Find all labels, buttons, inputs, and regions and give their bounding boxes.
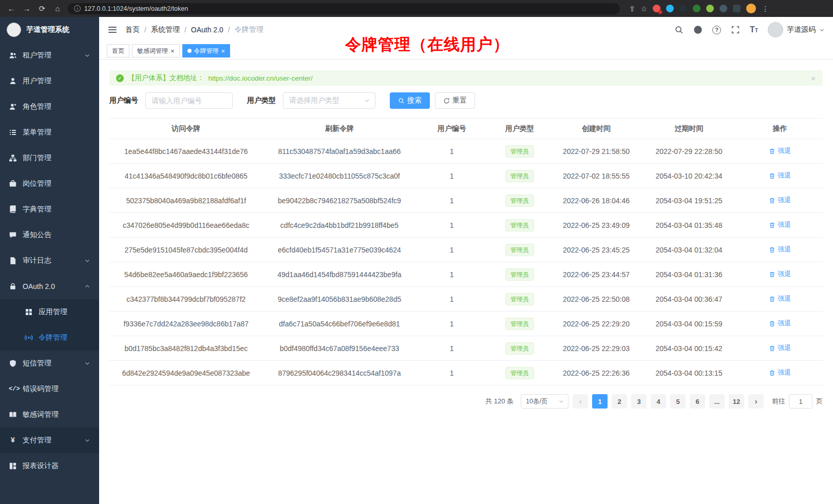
tab-home[interactable]: 首页 [107, 44, 129, 57]
force-logout-button[interactable]: 强退 [769, 368, 791, 377]
search-button[interactable]: 搜索 [390, 92, 430, 109]
page-button-2[interactable]: 2 [612, 394, 627, 409]
sidebar-item-dictionary[interactable]: 字典管理 [0, 197, 99, 222]
site-info-icon[interactable]: i [74, 5, 81, 12]
sidebar-item-tenant[interactable]: 租户管理 [0, 43, 99, 68]
breadcrumb-oauth[interactable]: OAuth 2.0 [191, 26, 223, 34]
force-logout-button[interactable]: 强退 [769, 196, 791, 205]
help-icon[interactable]: ? [712, 26, 721, 34]
hamburger-icon[interactable] [107, 25, 118, 35]
expire-time-cell: 2054-03-04 00:36:47 [641, 287, 737, 312]
extension-icon-7[interactable] [733, 5, 741, 12]
home-icon[interactable]: ⌂ [52, 5, 63, 12]
force-logout-button[interactable]: 强退 [769, 294, 791, 303]
page-button-12[interactable]: 12 [729, 394, 744, 409]
browser-profile-avatar[interactable] [746, 4, 756, 13]
page-button-6[interactable]: 6 [690, 394, 705, 409]
access-token-cell: 275e5de9151045fe87cbdc395e004f4d [109, 238, 263, 262]
sidebar-item-sms[interactable]: 短信管理 [0, 351, 99, 376]
more-pages-button[interactable]: ... [709, 394, 725, 409]
fullscreen-icon[interactable] [731, 25, 740, 34]
force-logout-button[interactable]: 强退 [769, 269, 791, 279]
goto-page-input[interactable] [789, 394, 812, 409]
sidebar-item-sensitive-word[interactable]: 敏感词管理 [0, 402, 99, 428]
page-button-4[interactable]: 4 [651, 394, 666, 409]
url-bar[interactable]: i 127.0.0.1:1024/system/oauth2/token [68, 3, 620, 14]
alert-link[interactable]: https://doc.iocoder.cn/user-center/ [209, 74, 313, 82]
action-cell: 强退 [737, 164, 823, 188]
breadcrumb-home[interactable]: 首页 [125, 25, 140, 34]
tab-token[interactable]: 令牌管理 × [182, 44, 231, 57]
page-button-5[interactable]: 5 [670, 394, 686, 409]
sidebar-item-oauth[interactable]: OAuth 2.0 [0, 274, 99, 299]
browser-actions: ⇪ ☆ ⋮ [629, 4, 769, 13]
extension-icon-6[interactable] [720, 5, 727, 12]
close-icon[interactable]: × [221, 48, 225, 54]
bookmark-star-icon[interactable]: ☆ [641, 5, 648, 12]
sidebar-item-department[interactable]: 部门管理 [0, 145, 99, 171]
page-button-3[interactable]: 3 [631, 394, 647, 409]
breadcrumb-system[interactable]: 系统管理 [151, 25, 180, 34]
github-icon[interactable] [693, 25, 703, 34]
extension-icon-4[interactable] [693, 5, 701, 12]
table-row: c342377bf8b344799dcbf7bf095287f2 9ce8ef2… [109, 287, 823, 312]
user-id-cell: 1 [416, 139, 487, 164]
breadcrumb-separator: / [184, 26, 186, 34]
breadcrumb-current: 令牌管理 [235, 25, 263, 34]
back-icon[interactable]: ← [6, 5, 16, 12]
force-logout-button[interactable]: 强退 [769, 319, 791, 328]
reload-icon[interactable]: ⟳ [37, 5, 47, 12]
next-page-button[interactable]: › [748, 394, 764, 409]
extension-icon-2[interactable] [666, 5, 674, 12]
sidebar-item-pay[interactable]: ¥ 支付管理 [0, 428, 99, 453]
search-icon[interactable] [674, 25, 684, 34]
user-icon [9, 77, 17, 85]
force-logout-button[interactable]: 强退 [769, 146, 791, 156]
expire-time-cell: 2054-03-04 01:31:36 [641, 262, 737, 287]
page-size-select[interactable]: 10条/页 [521, 394, 569, 409]
user-type-cell: 管理员 [487, 139, 552, 164]
table-row: f9336e7c7dd242a283ee98dc86b17a87 dfa6c71… [109, 312, 823, 336]
token-table: 访问令牌 刷新令牌 用户编号 用户类型 创建时间 过期时间 操作 1ea5e44… [109, 118, 823, 385]
extension-icon-1[interactable] [653, 5, 660, 12]
user-type-select[interactable]: 请选择用户类型 [283, 92, 375, 109]
app-logo[interactable]: 芋道管理系统 [0, 17, 99, 43]
sidebar-item-role[interactable]: 角色管理 [0, 94, 99, 120]
action-cell: 强退 [737, 213, 823, 238]
sidebar-item-error-code[interactable]: </> 错误码管理 [0, 376, 99, 402]
page-button-1[interactable]: 1 [592, 394, 608, 409]
share-icon[interactable]: ⇪ [629, 5, 635, 12]
table-row: 41c41346a548490f9dc8b01c6bfe0865 333ecfc… [109, 164, 823, 188]
sidebar-item-notice[interactable]: 通知公告 [0, 222, 99, 248]
expire-time-cell: 2054-03-04 01:35:48 [641, 213, 737, 238]
sidebar-item-report-designer[interactable]: 报表设计器 [0, 453, 99, 479]
sidebar-item-user[interactable]: 用户管理 [0, 68, 99, 94]
force-logout-button[interactable]: 强退 [769, 220, 791, 229]
sidebar-item-menu[interactable]: 菜单管理 [0, 120, 99, 145]
prev-page-button[interactable]: ‹ [573, 394, 588, 409]
sidebar-item-oauth-app[interactable]: 应用管理 [0, 299, 99, 325]
tab-label: 首页 [112, 47, 124, 55]
user-id-input[interactable] [145, 92, 233, 109]
sidebar-item-post[interactable]: 岗位管理 [0, 171, 99, 197]
active-dot [187, 49, 192, 53]
extension-icon-3[interactable] [679, 5, 687, 12]
font-size-icon[interactable]: TT [750, 26, 758, 34]
reset-button[interactable]: 重置 [435, 92, 475, 109]
access-token-cell: c342377bf8b344799dcbf7bf095287f2 [109, 287, 263, 312]
sidebar-item-audit-log[interactable]: 审计日志 [0, 248, 99, 274]
user-menu[interactable]: 芋道源码 [768, 22, 825, 37]
force-logout-button[interactable]: 强退 [769, 245, 791, 254]
forward-icon[interactable]: → [22, 5, 32, 12]
force-logout-button[interactable]: 强退 [769, 343, 791, 353]
user-avatar [768, 22, 783, 37]
extension-puzzle-icon[interactable] [706, 5, 714, 12]
expire-time-cell: 2054-03-04 01:32:04 [641, 238, 737, 262]
tab-sensitive-word[interactable]: 敏感词管理 × [132, 44, 180, 57]
browser-menu-icon[interactable]: ⋮ [762, 5, 769, 12]
create-time-cell: 2022-06-25 23:49:09 [552, 213, 641, 238]
force-logout-button[interactable]: 强退 [769, 171, 791, 180]
sidebar-item-oauth-token[interactable]: 令牌管理 [0, 325, 99, 351]
close-icon[interactable]: × [171, 48, 175, 54]
alert-close-icon[interactable]: × [811, 74, 816, 82]
